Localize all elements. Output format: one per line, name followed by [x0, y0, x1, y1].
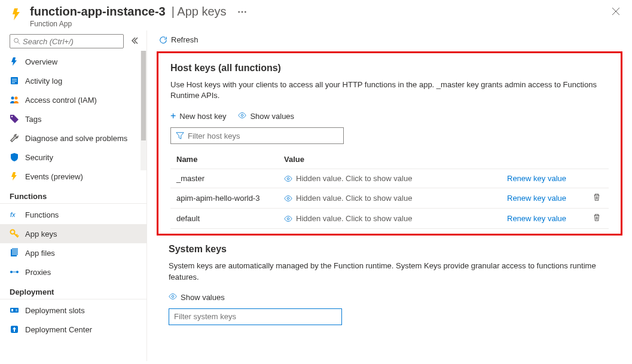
system-keys-description: System keys are automatically managed by…	[169, 261, 610, 282]
close-icon[interactable]	[609, 5, 622, 20]
more-icon[interactable]: ⋯	[233, 6, 252, 17]
sidebar-item-overview[interactable]: Overview	[0, 52, 146, 71]
search-box[interactable]	[10, 34, 124, 48]
page-name: App keys	[177, 5, 226, 18]
svg-point-19	[287, 178, 289, 180]
search-icon	[14, 38, 20, 45]
hidden-value-button[interactable]: Hidden value. Click to show value	[284, 194, 495, 203]
svg-point-22	[172, 295, 174, 298]
show-host-values-button[interactable]: Show values	[238, 111, 294, 121]
sidebar-item-label: Events (preview)	[25, 172, 83, 181]
refresh-icon	[159, 36, 167, 44]
filter-system-keys-input[interactable]	[174, 312, 337, 321]
svg-point-12	[10, 271, 13, 273]
delete-icon[interactable]	[593, 215, 601, 224]
tag-icon	[10, 114, 19, 124]
refresh-label: Refresh	[171, 35, 199, 44]
key-name: default	[170, 209, 278, 229]
sidebar-item-deployment-center[interactable]: Deployment Center	[0, 320, 146, 339]
sidebar-item-app-files[interactable]: App files	[0, 243, 146, 262]
host-keys-section: Host keys (all functions) Use Host keys …	[157, 51, 622, 235]
table-row: defaultHidden value. Click to show value…	[170, 209, 609, 229]
system-keys-section: System keys System keys are automaticall…	[147, 241, 632, 337]
filter-host-keys-box[interactable]	[170, 127, 344, 144]
sidebar: OverviewActivity logAccess control (IAM)…	[0, 30, 147, 361]
bolt-icon	[10, 57, 19, 66]
sidebar-item-label: Diagnose and solve problems	[25, 134, 127, 143]
renew-key-link[interactable]: Renew key value	[507, 174, 566, 183]
table-row: apim-apim-hello-world-3Hidden value. Cli…	[170, 188, 609, 209]
sidebar-item-label: Overview	[25, 57, 57, 66]
sidebar-item-proxies[interactable]: Proxies	[0, 262, 146, 282]
sidebar-item-functions[interactable]: fxFunctions	[0, 205, 146, 224]
wrench-icon	[10, 133, 19, 143]
sidebar-item-label: Tags	[25, 115, 41, 124]
svg-rect-16	[16, 309, 17, 311]
proxy-icon	[10, 267, 19, 277]
sidebar-item-access-control-iam-[interactable]: Access control (IAM)	[0, 90, 146, 109]
main-content: Refresh Host keys (all functions) Use Ho…	[147, 30, 632, 361]
plus-icon: +	[170, 111, 176, 121]
hidden-value-button[interactable]: Hidden value. Click to show value	[284, 174, 495, 183]
sidebar-section-deployment: Deployment	[0, 282, 146, 299]
refresh-button[interactable]: Refresh	[159, 35, 199, 44]
sidebar-item-label: Deployment Center	[25, 325, 92, 334]
sidebar-item-activity-log[interactable]: Activity log	[0, 71, 146, 90]
eye-icon	[284, 175, 292, 183]
files-icon	[10, 248, 19, 258]
svg-point-6	[15, 97, 18, 100]
col-name-header: Name	[170, 150, 278, 169]
collapse-sidebar-icon[interactable]	[129, 35, 141, 48]
host-keys-table: Name Value _masterHidden value. Click to…	[170, 150, 609, 229]
filter-host-keys-input[interactable]	[188, 131, 338, 140]
svg-rect-3	[12, 81, 17, 81]
depcenter-icon	[10, 325, 19, 334]
hidden-value-button[interactable]: Hidden value. Click to show value	[284, 214, 495, 223]
delete-icon[interactable]	[593, 194, 601, 203]
show-system-values-button[interactable]: Show values	[169, 292, 225, 302]
svg-rect-15	[11, 309, 13, 311]
new-host-key-label: New host key	[179, 112, 226, 121]
function-app-icon	[10, 7, 24, 22]
shield-icon	[10, 152, 19, 162]
sidebar-item-security[interactable]: Security	[0, 148, 146, 167]
svg-point-5	[11, 97, 14, 100]
svg-point-21	[287, 218, 289, 220]
app-name: function-app-instance-3	[30, 5, 166, 19]
header-title-block: function-app-instance-3 | App keys ⋯ Fun…	[30, 5, 609, 28]
host-keys-description: Use Host keys with your clients to acces…	[170, 79, 609, 101]
svg-rect-11	[12, 248, 18, 255]
eye-icon	[284, 215, 292, 223]
renew-key-link[interactable]: Renew key value	[507, 194, 566, 203]
sidebar-item-deployment-slots[interactable]: Deployment slots	[0, 301, 146, 320]
system-keys-title: System keys	[169, 244, 610, 255]
filter-icon	[176, 131, 184, 140]
sidebar-item-label: Activity log	[25, 77, 62, 85]
slots-icon	[10, 305, 19, 315]
table-row: _masterHidden value. Click to show value…	[170, 169, 609, 188]
scrollbar-thumb[interactable]	[141, 51, 146, 140]
sidebar-item-app-keys[interactable]: App keys	[0, 224, 146, 243]
sidebar-item-tags[interactable]: Tags	[0, 109, 146, 129]
new-host-key-button[interactable]: + New host key	[170, 111, 226, 121]
search-input[interactable]	[23, 37, 120, 46]
svg-point-0	[14, 38, 19, 42]
svg-text:fx: fx	[10, 211, 16, 218]
sidebar-item-label: Access control (IAM)	[25, 96, 97, 105]
show-system-values-label: Show values	[181, 293, 225, 302]
sidebar-item-events-preview-[interactable]: Events (preview)	[0, 167, 146, 186]
svg-point-20	[287, 197, 289, 200]
sidebar-item-label: App files	[25, 249, 55, 258]
log-icon	[10, 76, 19, 85]
renew-key-link[interactable]: Renew key value	[507, 214, 566, 223]
key-name: apim-apim-hello-world-3	[170, 188, 278, 209]
show-values-label: Show values	[250, 112, 294, 121]
col-value-header: Value	[278, 150, 501, 169]
eye-icon	[169, 292, 177, 302]
filter-system-keys-box[interactable]	[169, 308, 342, 325]
sidebar-item-label: Proxies	[25, 268, 51, 277]
svg-rect-2	[12, 79, 17, 79]
sidebar-item-diagnose-and-solve-problems[interactable]: Diagnose and solve problems	[0, 129, 146, 148]
resource-type: Function App	[30, 20, 609, 28]
host-keys-title: Host keys (all functions)	[170, 63, 609, 74]
